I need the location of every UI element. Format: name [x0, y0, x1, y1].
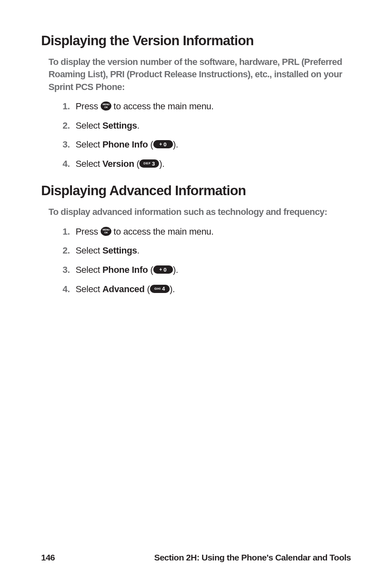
step-bold: Version: [102, 159, 134, 169]
step-bold: Phone Info: [102, 265, 148, 275]
step-text: Select: [76, 120, 102, 131]
step-text: ).: [159, 159, 164, 169]
section-label: Section 2H: Using the Phone's Calendar a…: [154, 553, 351, 563]
step-text: Select: [76, 245, 102, 256]
step-text: Select: [76, 284, 102, 294]
step-item: Select Version (DEF3).: [56, 158, 351, 170]
step-text: ).: [170, 284, 175, 294]
step-text: Select: [76, 139, 102, 150]
menu-ok-icon: MENUOK: [101, 226, 111, 237]
svg-text:OK: OK: [104, 231, 108, 234]
key-plus-0-icon: +0: [153, 265, 173, 274]
intro-advanced-info: To display advanced information such as …: [41, 206, 351, 218]
step-item: Select Settings.: [56, 245, 351, 257]
heading-version-info: Displaying the Version Information: [41, 33, 351, 48]
key-prefix: DEF: [143, 162, 151, 165]
svg-text:MENU: MENU: [102, 103, 109, 106]
key-ghi-4-icon: GHI4: [150, 285, 170, 293]
page-number: 146: [41, 553, 55, 563]
step-text: Press: [76, 226, 101, 237]
step-bold: Phone Info: [102, 139, 148, 150]
page-footer: 146 Section 2H: Using the Phone's Calend…: [41, 553, 351, 563]
heading-advanced-info: Displaying Advanced Information: [41, 183, 351, 198]
step-text: ).: [173, 265, 178, 275]
step-text: (: [148, 139, 153, 150]
key-number: 0: [164, 142, 167, 147]
step-bold: Settings: [102, 120, 137, 131]
key-plus-0-icon: +0: [153, 140, 173, 148]
key-prefix: GHI: [154, 287, 161, 291]
step-bold: Settings: [102, 245, 137, 256]
key-def-3-icon: DEF3: [139, 159, 159, 168]
key-number: 3: [152, 161, 155, 166]
key-prefix: +: [159, 267, 163, 272]
step-item: Press MENUOK to access the main menu.: [56, 226, 351, 238]
steps-version-info: Press MENUOK to access the main menu. Se…: [41, 101, 351, 170]
step-bold: Advanced: [102, 284, 145, 294]
step-text: (: [145, 284, 150, 294]
key-prefix: +: [159, 142, 163, 147]
step-item: Select Phone Info (+0).: [56, 264, 351, 276]
step-text: Select: [76, 265, 102, 275]
step-text: Select: [76, 159, 102, 169]
step-text: .: [137, 120, 140, 131]
step-text: .: [137, 245, 140, 256]
svg-text:OK: OK: [104, 106, 108, 108]
svg-text:MENU: MENU: [102, 228, 109, 231]
step-item: Select Phone Info (+0).: [56, 139, 351, 151]
step-item: Select Advanced (GHI4).: [56, 284, 351, 295]
page-content: Displaying the Version Information To di…: [41, 33, 351, 295]
steps-advanced-info: Press MENUOK to access the main menu. Se…: [41, 226, 351, 295]
intro-version-info: To display the version number of the sof…: [41, 56, 351, 93]
step-text: to access the main menu.: [111, 101, 214, 111]
step-text: to access the main menu.: [111, 226, 214, 237]
key-number: 4: [162, 286, 165, 291]
step-item: Select Settings.: [56, 120, 351, 132]
step-text: ).: [173, 139, 178, 150]
step-item: Press MENUOK to access the main menu.: [56, 101, 351, 113]
key-number: 0: [164, 267, 167, 272]
menu-ok-icon: MENUOK: [101, 101, 111, 111]
step-text: Press: [76, 101, 101, 111]
step-text: (: [134, 159, 140, 169]
step-text: (: [148, 265, 153, 275]
